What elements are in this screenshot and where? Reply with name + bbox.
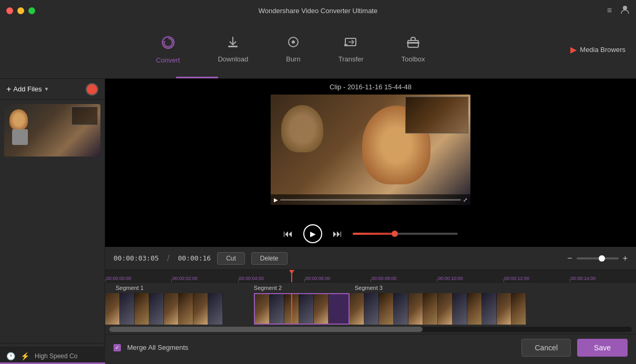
ruler-mark-4: 00:00:08:00	[371, 270, 437, 282]
bottom-right: Cancel Save	[521, 339, 628, 357]
save-button[interactable]: Save	[577, 339, 628, 357]
svg-point-0	[623, 6, 627, 10]
toolbox-icon	[406, 35, 420, 52]
nav-item-convert[interactable]: Convert	[148, 31, 189, 68]
segment-2-label: Segment 2	[254, 285, 282, 291]
media-browser-label: Media Browers	[580, 46, 625, 54]
frame-thumb	[379, 293, 394, 325]
frame-thumb	[164, 293, 179, 325]
nav-item-download[interactable]: Download	[209, 31, 257, 68]
burn-icon	[286, 35, 300, 52]
timeline-toolbar: 00:00:03:05 / 00:00:16 Cut Delete − +	[105, 247, 636, 270]
frame-thumb	[467, 293, 482, 325]
frame-thumb	[364, 293, 379, 325]
nav-item-toolbox[interactable]: Toolbox	[393, 31, 434, 68]
titlebar-right: ≡	[607, 5, 630, 16]
status-bar: 🕐 ⚡ High Speed Co	[0, 347, 105, 364]
frame-thumb	[149, 293, 164, 325]
frame-thumb	[255, 294, 270, 324]
playhead-line	[291, 293, 292, 325]
frame-thumb	[482, 293, 497, 325]
ruler-mark-line	[504, 279, 504, 282]
frame-thumb	[511, 293, 526, 325]
segment-3[interactable]	[350, 293, 636, 325]
file-list	[0, 100, 105, 343]
content-area: Clip - 2016-11-16 15-44-48 ▶ ⤢	[105, 79, 636, 364]
active-underline	[176, 77, 218, 78]
timeline-ruler: 00:00:00:00 00:00:02:00 00:00:04:00 00:0…	[105, 270, 636, 283]
playback-progress-bar[interactable]	[353, 233, 458, 235]
playhead-marker	[291, 270, 292, 282]
frame-thumb	[105, 293, 120, 325]
ruler-mark-line	[238, 279, 239, 282]
add-files-label: Add Files	[13, 85, 42, 93]
frame-thumb	[299, 294, 314, 324]
segments-track: Segment 1 Segment 2 Segment 3	[105, 283, 636, 325]
svg-point-5	[292, 40, 295, 44]
play-button[interactable]: ▶	[303, 224, 322, 243]
video-preview: ▶ ⤢	[105, 79, 636, 221]
maximize-button[interactable]	[28, 7, 35, 14]
timeline-area: 00:00:03:05 / 00:00:16 Cut Delete − +	[105, 247, 636, 364]
frame-thumb	[193, 293, 208, 325]
segment-labels: Segment 1 Segment 2 Segment 3	[105, 283, 636, 293]
skip-back-button[interactable]: ⏮	[283, 228, 293, 240]
minimize-button[interactable]	[17, 7, 24, 14]
ruler-mark-6: 00:00:12:00	[504, 270, 570, 282]
add-files-button[interactable]: + Add Files ▼	[6, 85, 49, 94]
frame-thumb	[423, 293, 438, 325]
merge-checkbox[interactable]: ✓	[114, 344, 121, 351]
menu-icon[interactable]: ≡	[607, 6, 612, 15]
nav-item-burn[interactable]: Burn	[278, 31, 309, 68]
ruler-mark-label: 00:00:08:00	[371, 276, 397, 281]
ruler-mark-5: 00:00:10:00	[437, 270, 503, 282]
frame-thumb	[179, 293, 193, 325]
segment-1-label: Segment 1	[116, 285, 143, 291]
burn-label: Burn	[286, 55, 300, 63]
delete-button[interactable]: Delete	[251, 252, 288, 265]
ruler-mark-line	[570, 279, 570, 282]
ruler-mark-1: 00:00:02:00	[171, 270, 238, 282]
ruler-mark-label: 00:00:14:00	[570, 276, 596, 281]
frame-thumb	[408, 293, 423, 325]
nav-items: Convert Download Burn	[11, 31, 570, 68]
merge-label: Merge All Segments	[127, 344, 188, 351]
bolt-icon[interactable]: ⚡	[20, 352, 29, 360]
video-play-small-icon: ▶	[274, 197, 278, 203]
file-item[interactable]	[4, 104, 100, 157]
skip-forward-button[interactable]: ⏭	[333, 228, 342, 240]
svg-rect-9	[407, 42, 419, 44]
close-button[interactable]	[6, 7, 13, 14]
cut-button[interactable]: Cut	[217, 252, 245, 265]
transfer-label: Transfer	[338, 55, 364, 63]
segment-frames	[105, 293, 636, 325]
segment-1[interactable]	[105, 293, 254, 325]
download-icon	[226, 35, 240, 52]
video-scene	[271, 95, 470, 205]
frame-thumb	[270, 294, 284, 324]
timeline-scrollbar[interactable]	[109, 327, 632, 332]
clock-icon[interactable]: 🕐	[6, 352, 15, 360]
media-browser-icon: ▶	[570, 45, 577, 55]
titlebar: Wondershare Video Converter Ultimate ≡	[0, 0, 636, 21]
ruler-mark-label: 00:00:10:00	[437, 276, 463, 281]
progress-thumb	[392, 231, 398, 237]
media-browser-button[interactable]: ▶ Media Browers	[570, 45, 625, 55]
segment-2[interactable]	[254, 293, 350, 325]
cancel-button[interactable]: Cancel	[521, 339, 571, 357]
frame-thumb	[350, 293, 364, 325]
topnav: Convert Download Burn	[0, 21, 636, 79]
frame-thumb	[438, 293, 453, 325]
nav-item-transfer[interactable]: Transfer	[330, 31, 372, 68]
ruler-mark-0: 00:00:00:00	[105, 270, 171, 282]
ruler-mark-2: 00:00:04:00	[238, 270, 304, 282]
playhead-triangle	[289, 270, 294, 274]
video-overlay-inner	[406, 97, 468, 133]
zoom-slider[interactable]	[577, 257, 619, 259]
sidebar-toolbar: + Add Files ▼	[0, 79, 105, 100]
zoom-minus-button[interactable]: −	[567, 254, 572, 263]
record-button[interactable]	[86, 83, 98, 96]
zoom-plus-button[interactable]: +	[623, 254, 628, 263]
user-icon[interactable]	[620, 5, 630, 16]
convert-label: Convert	[156, 56, 180, 64]
